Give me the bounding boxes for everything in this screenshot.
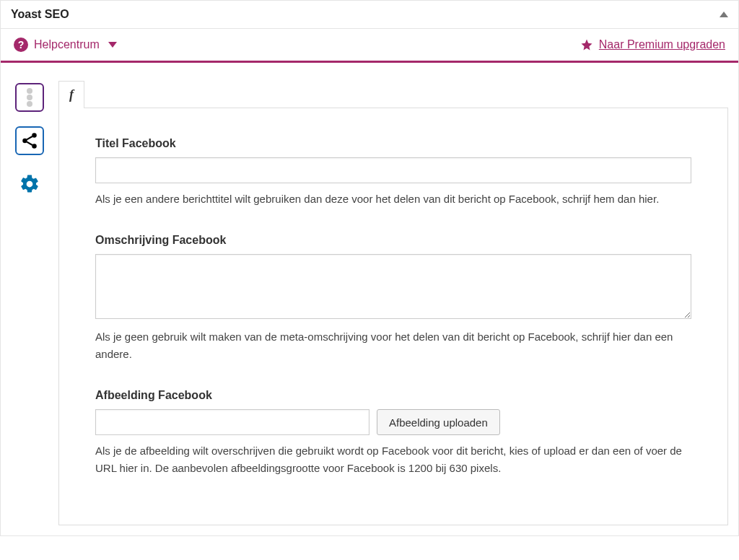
help-bar: ? Helpcentrum Naar Premium upgraden [1, 29, 738, 63]
facebook-image-row: Afbeelding uploaden [95, 409, 691, 435]
svg-point-4 [32, 133, 37, 138]
svg-point-2 [27, 101, 32, 107]
social-panel: f Titel Facebook Als je een andere beric… [58, 80, 728, 525]
facebook-image-url-input[interactable] [95, 409, 370, 435]
svg-point-1 [27, 95, 32, 100]
upload-image-button[interactable]: Afbeelding uploaden [377, 409, 500, 435]
svg-line-6 [27, 136, 32, 139]
social-tab[interactable] [15, 126, 44, 155]
facebook-description-input[interactable] [95, 254, 691, 319]
question-icon: ? [14, 38, 28, 52]
facebook-image-label: Afbeelding Facebook [95, 389, 691, 402]
star-icon [580, 38, 593, 51]
settings-tab[interactable] [15, 170, 44, 198]
metabox-header: Yoast SEO [1, 1, 738, 29]
traffic-light-icon [24, 87, 35, 108]
svg-point-3 [22, 139, 27, 144]
help-center-button[interactable]: ? Helpcentrum [14, 38, 117, 52]
facebook-title-label: Titel Facebook [95, 137, 691, 150]
facebook-description-label: Omschrijving Facebook [95, 234, 691, 247]
facebook-subtab[interactable]: f [58, 81, 84, 108]
share-icon [20, 131, 39, 150]
vertical-tabs [11, 80, 48, 525]
facebook-title-help: Als je een andere berichttitel wilt gebr… [95, 191, 691, 208]
subtab-row: f [58, 80, 728, 108]
facebook-image-field: Afbeelding Facebook Afbeelding uploaden … [95, 389, 691, 477]
help-center-label: Helpcentrum [34, 38, 100, 51]
metabox-title: Yoast SEO [11, 8, 69, 21]
gear-icon [19, 173, 40, 195]
yoast-seo-metabox: Yoast SEO ? Helpcentrum Naar Premium upg… [0, 0, 739, 536]
svg-line-7 [27, 142, 32, 145]
facebook-image-help: Als je de afbeelding wilt overschrijven … [95, 442, 691, 477]
collapse-toggle-icon[interactable] [720, 12, 728, 17]
chevron-down-icon [108, 42, 117, 48]
facebook-panel: Titel Facebook Als je een andere bericht… [58, 108, 728, 525]
facebook-description-help: Als je geen gebruik wilt maken van de me… [95, 328, 691, 363]
readability-tab[interactable] [15, 83, 44, 112]
facebook-icon: f [69, 87, 74, 102]
metabox-body: f Titel Facebook Als je een andere beric… [1, 63, 738, 535]
upgrade-premium-link[interactable]: Naar Premium upgraden [599, 38, 725, 51]
upgrade-area: Naar Premium upgraden [580, 38, 725, 51]
facebook-title-field: Titel Facebook Als je een andere bericht… [95, 137, 691, 208]
facebook-title-input[interactable] [95, 157, 691, 183]
svg-point-0 [27, 88, 32, 94]
svg-point-5 [32, 144, 37, 149]
facebook-description-field: Omschrijving Facebook Als je geen gebrui… [95, 234, 691, 363]
